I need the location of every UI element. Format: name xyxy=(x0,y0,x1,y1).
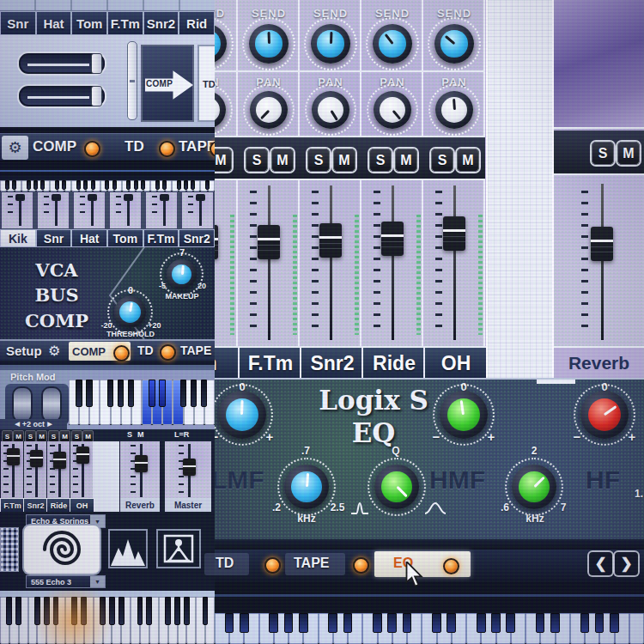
mini-fader-tile[interactable] xyxy=(110,192,141,228)
fader-cap[interactable] xyxy=(215,225,218,259)
setup-comp-led[interactable] xyxy=(113,345,130,361)
chevron-down-icon[interactable]: ▼ xyxy=(90,576,105,587)
piano-key-black[interactable] xyxy=(155,180,160,190)
tape-led[interactable] xyxy=(353,557,369,574)
drum-tab-ftm[interactable]: F.Tm xyxy=(107,11,143,35)
vertical-slider[interactable] xyxy=(127,41,137,120)
fader-track[interactable] xyxy=(330,185,332,340)
mute-button[interactable]: M xyxy=(215,149,232,172)
fader-cap[interactable] xyxy=(443,216,465,251)
drum-tab-hat[interactable]: Hat xyxy=(36,11,72,35)
send-knob[interactable] xyxy=(215,24,227,64)
piano-key-black[interactable] xyxy=(112,180,117,190)
mute-button[interactable]: M xyxy=(333,149,355,172)
piano-key-black[interactable] xyxy=(595,613,605,633)
pan-knob[interactable] xyxy=(374,91,411,129)
comp-ch-tab-kik[interactable]: Kik xyxy=(0,229,36,247)
solo-button[interactable]: S xyxy=(71,430,82,442)
solo-button[interactable]: S xyxy=(246,149,268,172)
piano-key-black[interactable] xyxy=(105,180,109,190)
send-knob[interactable] xyxy=(434,24,474,64)
drum-tab-tom[interactable]: Tom xyxy=(71,11,107,35)
piano-key-black[interactable] xyxy=(180,380,187,407)
perf-channel-strip[interactable] xyxy=(24,441,46,498)
horizontal-slider[interactable] xyxy=(19,53,105,74)
piano-key-black[interactable] xyxy=(284,613,294,633)
piano-key-black[interactable] xyxy=(118,380,125,407)
performance-piano[interactable] xyxy=(69,380,215,425)
mute-button[interactable]: M xyxy=(13,430,24,442)
piano-key-black[interactable] xyxy=(205,180,210,190)
mini-fader-cap[interactable] xyxy=(160,194,169,201)
threshold-knob[interactable] xyxy=(114,296,146,328)
send-knob[interactable] xyxy=(311,24,350,64)
piano-key-black[interactable] xyxy=(5,180,9,190)
hf-gain-knob[interactable] xyxy=(580,391,629,439)
nav-next-button[interactable]: ❯ xyxy=(615,552,638,575)
piano-key-black[interactable] xyxy=(91,180,95,190)
piano-key-black[interactable] xyxy=(134,180,138,190)
fx-preset-dropdown[interactable]: 555 Echo 3 ▼ xyxy=(26,575,106,588)
mini-fader-tile[interactable] xyxy=(38,192,69,228)
piano-key-black[interactable] xyxy=(225,613,234,633)
send-knob[interactable] xyxy=(373,24,412,64)
piano-key-black[interactable] xyxy=(328,613,337,633)
solo-button[interactable]: S xyxy=(2,430,13,442)
piano-key-black[interactable] xyxy=(201,380,208,407)
solo-button[interactable]: S xyxy=(48,430,59,442)
fader-track[interactable] xyxy=(601,184,604,340)
piano-key-black[interactable] xyxy=(403,613,412,633)
spiral-fx-tile[interactable] xyxy=(24,526,100,574)
octave-next-icon[interactable]: ▶ xyxy=(47,421,52,428)
comp-led[interactable] xyxy=(84,141,100,157)
piano-key-black[interactable] xyxy=(580,613,590,633)
mute-button[interactable]: M xyxy=(395,149,417,172)
piano-key-black[interactable] xyxy=(15,597,21,625)
td-led[interactable] xyxy=(264,557,281,574)
comp-ch-tab-ftm[interactable]: F.Tm xyxy=(143,229,179,247)
piano-key-black[interactable] xyxy=(86,380,93,407)
fader-cap[interactable] xyxy=(591,227,613,261)
slider-handle[interactable] xyxy=(91,86,102,106)
master-bus-strip[interactable] xyxy=(165,441,211,498)
piano-sliver[interactable] xyxy=(0,180,215,191)
bus-sm-labels[interactable]: SM xyxy=(127,430,149,439)
piano-key-black[interactable] xyxy=(477,613,486,633)
mini-fader-cap[interactable] xyxy=(88,194,97,201)
fader-cap[interactable] xyxy=(319,223,342,258)
piano-key-black[interactable] xyxy=(33,180,38,190)
mini-fader-tile[interactable] xyxy=(2,192,33,228)
piano-key-black[interactable] xyxy=(83,180,88,190)
piano-key-black[interactable] xyxy=(27,180,31,190)
piano-key-black[interactable] xyxy=(165,597,171,625)
setup-tab-comp[interactable]: COMP xyxy=(69,342,131,361)
piano-key-black[interactable] xyxy=(177,180,181,190)
lmf-freq-knob[interactable] xyxy=(284,465,329,509)
lmf-gain-knob[interactable] xyxy=(218,391,266,439)
horizontal-slider[interactable] xyxy=(19,86,105,106)
solo-button[interactable]: S xyxy=(25,430,36,442)
send-knob[interactable] xyxy=(249,24,289,64)
comp-ch-tab-snr[interactable]: Snr xyxy=(36,229,72,247)
piano-key-black[interactable] xyxy=(128,380,135,407)
piano-key-black[interactable] xyxy=(610,613,619,633)
reverb-bus-strip[interactable] xyxy=(120,441,160,498)
piano-key-black[interactable] xyxy=(12,180,16,190)
piano-key-black[interactable] xyxy=(269,613,278,633)
td-route-button[interactable]: TD xyxy=(197,45,215,122)
piano-key-black[interactable] xyxy=(107,380,114,407)
setup-td-led[interactable] xyxy=(160,344,176,361)
octave-prev-icon[interactable]: ◀ xyxy=(15,421,19,428)
pan-knob[interactable] xyxy=(435,91,473,129)
piano-key-black[interactable] xyxy=(191,380,197,407)
mini-fader-cap[interactable] xyxy=(124,194,133,201)
piano-key-black[interactable] xyxy=(203,597,209,625)
makeup-knob[interactable] xyxy=(167,259,197,289)
mute-button[interactable]: M xyxy=(82,430,94,442)
fader-track[interactable] xyxy=(392,185,394,340)
piano-key[interactable] xyxy=(629,613,644,644)
fx-tab-comp[interactable]: COMP xyxy=(33,138,76,155)
piano-key-black[interactable] xyxy=(432,613,441,633)
solo-button[interactable]: S xyxy=(592,142,614,165)
octave-strip[interactable]: ◀ +2 oct ▶ xyxy=(0,419,67,429)
